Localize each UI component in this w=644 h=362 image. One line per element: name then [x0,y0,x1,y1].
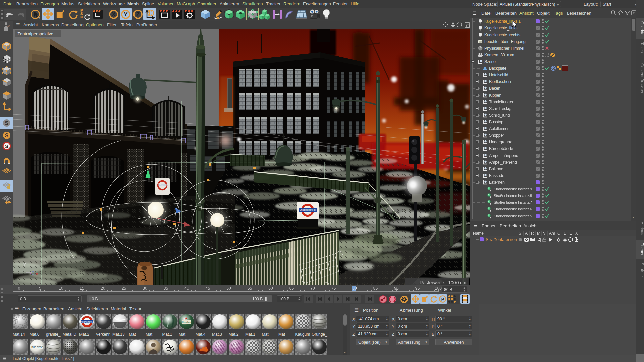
svg-text:S: S [5,144,8,149]
svg-text:Y: Y [23,263,26,267]
svg-text:X: X [36,272,38,277]
svg-text:X: X [112,11,116,18]
svg-text:P: P [441,297,444,302]
svg-text:S: S [5,120,9,126]
svg-text:Rasterweite : 1000 cm: Rasterweite : 1000 cm [420,280,466,285]
svg-text:Y: Y [124,11,128,18]
svg-text:UNDERGROUND: UNDERGROUND [79,321,94,323]
svg-text:Heineken: Heineken [182,321,191,323]
svg-text:Z: Z [136,11,140,18]
svg-text:Z: Z [32,271,34,276]
svg-text:BUS STOP: BUS STOP [31,346,43,348]
svg-text:S: S [5,133,9,138]
svg-text:UNDERGROUND: UNDERGROUND [300,209,316,211]
